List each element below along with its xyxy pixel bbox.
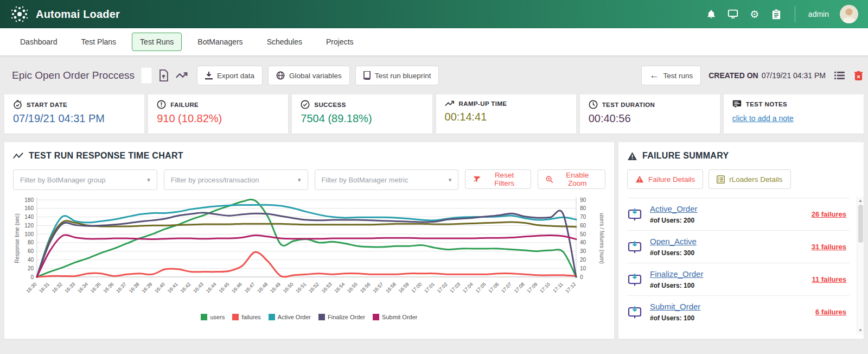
test-run-blueprint-button[interactable]: Test run blueprint xyxy=(355,66,439,85)
svg-text:16:59: 16:59 xyxy=(398,281,410,294)
svg-text:17:00: 17:00 xyxy=(410,281,423,294)
svg-text:16:56: 16:56 xyxy=(359,281,372,294)
app-header: Automai Loader ⚙ admin xyxy=(0,0,868,28)
svg-text:90: 90 xyxy=(580,197,586,203)
line-chart-icon xyxy=(13,152,24,160)
legend-item[interactable]: users xyxy=(201,314,225,320)
svg-text:16:30: 16:30 xyxy=(25,281,37,294)
legend-item[interactable]: Submit Order xyxy=(373,314,417,320)
svg-text:17:05: 17:05 xyxy=(475,281,487,294)
scroll-down-icon[interactable]: ▼ xyxy=(858,326,863,334)
failure-process-link[interactable]: Open_Active xyxy=(650,237,697,246)
svg-text:16:40: 16:40 xyxy=(154,281,166,294)
tab-test-plans[interactable]: Test Plans xyxy=(73,33,125,51)
legend-item[interactable]: failures xyxy=(232,314,260,320)
zoom-in-icon xyxy=(546,175,553,184)
save-report-icon[interactable] xyxy=(157,68,170,83)
tab-test-runs[interactable]: Test Runs xyxy=(132,33,182,51)
svg-text:17:10: 17:10 xyxy=(539,281,551,294)
svg-text:16:43: 16:43 xyxy=(192,281,205,294)
response-time-chart[interactable]: 0204060801001201401601800102030405060708… xyxy=(13,195,605,320)
export-data-button[interactable]: Export data xyxy=(197,66,263,85)
user-avatar[interactable] xyxy=(840,5,858,23)
stat-cards-row: START DATE 07/19/21 04:31 PM FAILURE 910… xyxy=(4,94,864,134)
legend-item[interactable]: Finalize Order xyxy=(318,314,365,320)
main-nav: Dashboard Test Plans Test Runs BotManage… xyxy=(0,28,868,56)
enable-zoom-button[interactable]: Enable Zoom xyxy=(538,169,605,189)
legend-swatch xyxy=(232,314,239,320)
svg-text:70: 70 xyxy=(580,214,586,220)
delete-trash-icon[interactable] xyxy=(853,70,864,81)
tab-botmanagers[interactable]: BotManagers xyxy=(189,33,251,51)
svg-text:17:08: 17:08 xyxy=(513,281,526,294)
list-details-icon xyxy=(717,175,725,184)
clipboard-icon[interactable] xyxy=(771,9,782,20)
username-label[interactable]: admin xyxy=(808,10,829,18)
header-divider xyxy=(795,6,795,22)
failure-count-link[interactable]: 11 failures xyxy=(812,275,846,283)
warning-triangle-icon xyxy=(627,151,637,161)
add-note-link[interactable]: click to add a note xyxy=(732,114,794,123)
failure-count-link[interactable]: 26 failures xyxy=(812,210,846,218)
notifications-bell-icon[interactable] xyxy=(706,9,717,20)
back-to-test-runs-button[interactable]: ← Test runs xyxy=(641,66,701,85)
svg-text:17:06: 17:06 xyxy=(487,281,500,294)
failure-count-link[interactable]: 31 failures xyxy=(812,243,846,251)
svg-text:40: 40 xyxy=(28,257,34,263)
chart-canvas[interactable]: 0204060801001201401601800102030405060708… xyxy=(13,195,605,311)
app-logo-icon xyxy=(10,4,29,24)
legend-label: Finalize Order xyxy=(328,314,365,320)
reset-filters-button[interactable]: Reset Filters xyxy=(465,169,531,189)
warning-triangle-icon xyxy=(635,175,644,183)
svg-text:16:54: 16:54 xyxy=(333,281,346,294)
svg-text:16:49: 16:49 xyxy=(269,281,282,294)
svg-text:16:52: 16:52 xyxy=(308,281,320,294)
chevron-down-icon: ▾ xyxy=(449,176,452,184)
svg-text:Response time (sec): Response time (sec) xyxy=(14,213,20,263)
global-variables-button[interactable]: Global variables xyxy=(268,66,350,85)
svg-text:16:36: 16:36 xyxy=(102,281,114,294)
failure-list-scrollbar[interactable]: ▲ ▼ xyxy=(857,197,864,334)
tab-projects[interactable]: Projects xyxy=(318,33,362,51)
back-arrow-icon: ← xyxy=(649,70,659,81)
trend-chart-icon[interactable] xyxy=(174,69,189,81)
svg-text:60: 60 xyxy=(28,248,34,254)
filter-process-transaction-select[interactable]: Filter by process/transaction ▾ xyxy=(164,169,308,190)
title-row: Epic Open Order Proccess Export data Glo… xyxy=(4,66,864,85)
failure-process-link[interactable]: Active_Order xyxy=(650,204,698,213)
svg-text:20: 20 xyxy=(28,266,34,271)
title-inline-box[interactable] xyxy=(141,67,152,84)
tab-schedules[interactable]: Schedules xyxy=(259,33,310,51)
filter-botmanager-metric-select[interactable]: Filter by BotManager metric ▾ xyxy=(315,169,459,190)
svg-text:17:11: 17:11 xyxy=(552,281,564,294)
svg-text:16:46: 16:46 xyxy=(231,281,243,294)
failure-details-button[interactable]: Failure Details xyxy=(627,169,703,189)
filter-botmanager-group-select[interactable]: Filter by BotManager group ▾ xyxy=(13,169,157,190)
failure-row-submit-order: Submit_Order #of Users: 100 6 failures xyxy=(627,295,850,328)
svg-text:16:48: 16:48 xyxy=(256,281,269,294)
svg-text:16:53: 16:53 xyxy=(321,281,333,294)
stopwatch-icon xyxy=(13,100,22,109)
process-monitor-icon xyxy=(627,273,642,287)
svg-text:0: 0 xyxy=(30,274,34,280)
failure-process-link[interactable]: Submit_Order xyxy=(650,302,700,311)
svg-text:16:33: 16:33 xyxy=(63,281,76,294)
svg-text:16:31: 16:31 xyxy=(38,281,50,294)
failure-summary-title: FAILURE SUMMARY xyxy=(642,151,729,161)
success-value: 7504 (89.18%) xyxy=(301,112,423,125)
chart-legend: usersfailuresActive OrderFinalize OrderS… xyxy=(13,314,605,320)
created-on: CREATED ON 07/19/21 04:31 PM xyxy=(709,71,826,80)
settings-gear-icon[interactable]: ⚙ xyxy=(749,9,760,20)
check-circle-icon xyxy=(301,100,310,109)
legend-item[interactable]: Active Order xyxy=(269,314,311,320)
scrollbar-thumb[interactable] xyxy=(858,205,863,243)
tab-dashboard[interactable]: Dashboard xyxy=(12,33,66,51)
rloaders-details-button[interactable]: rLoaders Details xyxy=(709,169,790,189)
failure-process-link[interactable]: Finalize_Order xyxy=(650,269,703,279)
monitor-icon[interactable] xyxy=(727,9,738,20)
chevron-down-icon: ▾ xyxy=(147,176,150,184)
failure-count-link[interactable]: 6 failures xyxy=(815,308,846,316)
svg-text:17:09: 17:09 xyxy=(526,281,538,294)
scroll-up-icon[interactable]: ▲ xyxy=(858,197,863,205)
run-list-icon[interactable] xyxy=(833,70,846,81)
